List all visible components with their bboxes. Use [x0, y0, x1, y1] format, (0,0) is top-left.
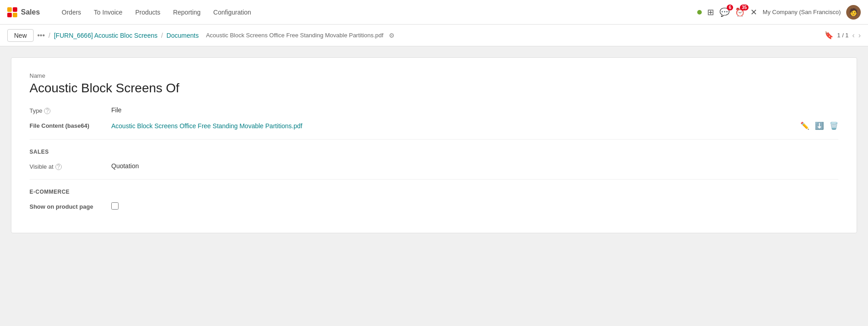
- breadcrumb-documents-link[interactable]: Documents: [167, 32, 199, 39]
- next-page-button[interactable]: ›: [858, 31, 861, 40]
- nav-items: Orders To Invoice Products Reporting Con…: [56, 6, 697, 19]
- file-content-label-group: File Content (base64): [30, 121, 111, 129]
- show-on-product-row: Show on product page: [30, 202, 838, 211]
- file-content-label: File Content (base64): [30, 122, 89, 129]
- download-file-button[interactable]: ⬇️: [815, 121, 824, 130]
- visible-at-label: Visible at: [30, 163, 54, 170]
- bookmark-icon[interactable]: 🔖: [824, 31, 833, 40]
- clock-icon-btn[interactable]: ⏰ 35: [735, 7, 745, 17]
- form-card: Name Acoustic Block Screens Of Type ? Fi…: [11, 57, 857, 233]
- show-on-product-checkbox[interactable]: [111, 202, 119, 210]
- logo-squares: [7, 7, 17, 17]
- logo-sq3: [7, 13, 12, 17]
- messages-icon-btn[interactable]: 💬 6: [719, 7, 729, 17]
- visible-at-help-icon[interactable]: ?: [55, 164, 62, 170]
- avatar-icon: 🧑: [849, 8, 858, 16]
- online-status-icon[interactable]: [697, 10, 702, 15]
- type-label-group: Type ?: [30, 106, 111, 114]
- grid-icon-btn[interactable]: ⊞: [707, 7, 714, 17]
- new-button[interactable]: New: [7, 29, 34, 42]
- ecommerce-divider: [30, 179, 838, 180]
- type-help-icon[interactable]: ?: [44, 108, 50, 114]
- name-value: Acoustic Block Screens Of: [30, 81, 838, 95]
- grid-icon: ⊞: [707, 7, 714, 17]
- logo-sq1: [7, 7, 12, 12]
- nav-reporting[interactable]: Reporting: [168, 6, 206, 19]
- visible-at-row: Visible at ? Quotation: [30, 162, 838, 170]
- file-content-row: File Content (base64) Acoustic Block Scr…: [30, 121, 838, 130]
- type-label: Type: [30, 107, 42, 114]
- edit-file-button[interactable]: ✏️: [800, 121, 809, 130]
- show-on-product-value: [111, 202, 838, 211]
- top-navigation: Sales Orders To Invoice Products Reporti…: [0, 0, 868, 25]
- delete-file-button[interactable]: 🗑️: [829, 121, 838, 130]
- logo-sq4: [13, 13, 17, 17]
- app-name: Sales: [21, 8, 40, 16]
- company-name[interactable]: My Company (San Francisco): [763, 9, 841, 15]
- file-actions: ✏️ ⬇️ 🗑️: [800, 121, 838, 130]
- breadcrumb-sep2: /: [161, 32, 163, 39]
- show-on-product-label: Show on product page: [30, 203, 93, 210]
- nav-configuration[interactable]: Configuration: [208, 6, 257, 19]
- messages-badge: 6: [727, 5, 733, 10]
- type-value: File: [111, 106, 838, 114]
- name-label: Name: [30, 72, 838, 79]
- sales-divider: [30, 139, 838, 140]
- breadcrumb-right: 🔖 1 / 1 ‹ ›: [824, 31, 861, 40]
- sales-section-title: SALES: [30, 149, 838, 155]
- breadcrumb-bar: New ••• / [FURN_6666] Acoustic Bloc Scre…: [0, 25, 868, 46]
- breadcrumb-subtitle: Acoustic Block Screens Office Free Stand…: [206, 32, 383, 39]
- breadcrumb-sep1: /: [49, 32, 50, 39]
- prev-page-button[interactable]: ‹: [852, 31, 854, 40]
- name-field-group: Name Acoustic Block Screens Of: [30, 72, 838, 95]
- app-logo[interactable]: Sales: [7, 7, 51, 17]
- avatar[interactable]: 🧑: [846, 5, 861, 20]
- pager-text: 1 / 1: [837, 32, 848, 39]
- logo-sq2: [13, 7, 17, 12]
- show-on-product-label-group: Show on product page: [30, 202, 111, 210]
- breadcrumb-dots[interactable]: •••: [37, 31, 45, 40]
- close-icon: ✕: [750, 7, 757, 17]
- visible-at-label-group: Visible at ?: [30, 162, 111, 170]
- visible-at-value: Quotation: [111, 162, 838, 170]
- breadcrumb-product-link[interactable]: [FURN_6666] Acoustic Bloc Screens: [54, 32, 158, 39]
- close-icon-btn[interactable]: ✕: [750, 7, 757, 17]
- clock-badge: 35: [740, 5, 749, 10]
- type-row: Type ? File: [30, 106, 838, 114]
- nav-right: ⊞ 💬 6 ⏰ 35 ✕ My Company (San Francisco) …: [697, 5, 861, 20]
- main-content: Name Acoustic Block Screens Of Type ? Fi…: [0, 46, 868, 244]
- settings-gear-icon[interactable]: ⚙: [389, 32, 395, 39]
- file-content-value: Acoustic Block Screens Office Free Stand…: [111, 122, 303, 130]
- nav-products[interactable]: Products: [130, 6, 166, 19]
- nav-orders[interactable]: Orders: [56, 6, 87, 19]
- ecommerce-section-title: E-COMMERCE: [30, 189, 838, 195]
- nav-to-invoice[interactable]: To Invoice: [89, 6, 128, 19]
- file-content-value-group: Acoustic Block Screens Office Free Stand…: [111, 121, 838, 130]
